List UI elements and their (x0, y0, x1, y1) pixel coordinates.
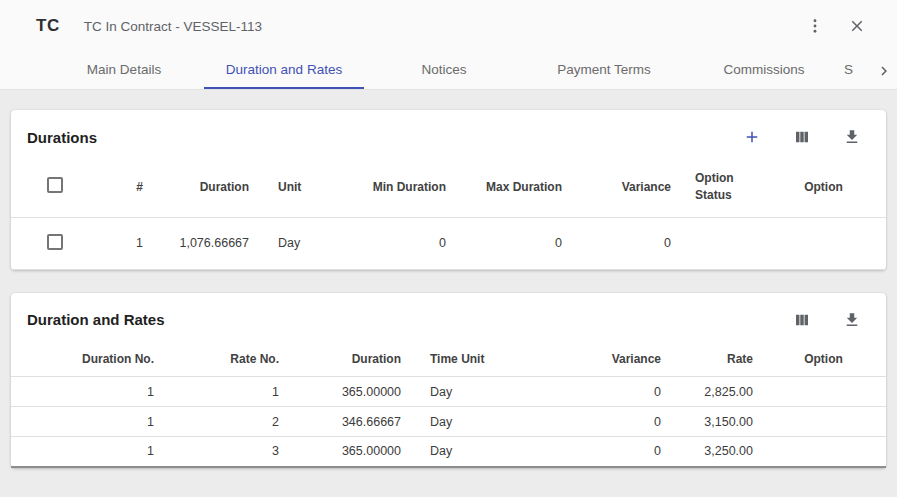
column-header: Option (773, 345, 886, 377)
cell-duration: 1,076.66667 (153, 217, 259, 269)
cell-duration-no: 1 (11, 407, 166, 437)
column-header: Duration (291, 345, 413, 377)
columns-settings-button[interactable] (788, 123, 816, 151)
tab-label: Duration and Rates (226, 62, 342, 77)
tc-contract-window: TC TC In Contract - VESSEL-113 Main Deta… (0, 0, 897, 497)
tab-label: S (844, 62, 853, 77)
download-durations-button[interactable] (838, 123, 866, 151)
cell-time-unit: Day (413, 377, 523, 407)
add-duration-button[interactable] (738, 123, 766, 151)
column-header: # (83, 162, 153, 217)
cell-rate-no: 2 (166, 407, 291, 437)
cell-rate: 3,150.00 (673, 407, 773, 437)
cell-duration: 346.66667 (291, 407, 413, 437)
durations-header-row: # Duration Unit Min Duration Max Duratio… (11, 162, 886, 217)
cell-duration: 365.00000 (291, 437, 413, 467)
column-header: Max Duration (456, 162, 572, 217)
tab-duration-and-rates[interactable]: Duration and Rates (204, 52, 364, 89)
column-header: Duration (153, 162, 259, 217)
duration-rates-actions (788, 306, 866, 334)
column-header: Rate (673, 345, 773, 377)
cell-rate-no: 3 (166, 437, 291, 467)
duration-rates-card: Duration and Rates (11, 293, 886, 468)
content-area: Durations (0, 90, 897, 497)
tab-label: Commissions (723, 62, 804, 77)
cell-option-status (681, 217, 771, 269)
column-header: Rate No. (166, 345, 291, 377)
tab-overflow-partial[interactable]: S (844, 52, 870, 89)
duration-rates-header-row: Duration No. Rate No. Duration Time Unit… (11, 345, 886, 377)
table-row[interactable]: 1 2 346.66667 Day 0 3,150.00 (11, 407, 886, 437)
duration-rates-card-header: Duration and Rates (11, 293, 886, 345)
cell-variance: 0 (523, 437, 673, 467)
durations-table: # Duration Unit Min Duration Max Duratio… (11, 162, 886, 270)
chevron-right-icon (875, 62, 893, 80)
duration-rates-title: Duration and Rates (27, 311, 165, 328)
tab-notices[interactable]: Notices (364, 52, 524, 89)
column-header: Time Unit (413, 345, 523, 377)
window-title: TC In Contract - VESSEL-113 (84, 19, 262, 34)
columns-icon (793, 128, 811, 146)
table-row[interactable]: 1 1 365.00000 Day 0 2,825.00 (11, 377, 886, 407)
kebab-menu-button[interactable] (801, 12, 829, 40)
cell-variance: 0 (572, 217, 681, 269)
kebab-icon (806, 17, 824, 35)
table-row[interactable]: 1 3 365.00000 Day 0 3,250.00 (11, 437, 886, 467)
tab-bar: Main Details Duration and Rates Notices … (0, 52, 897, 90)
cell-option (771, 217, 886, 269)
window-header: TC TC In Contract - VESSEL-113 (0, 0, 897, 52)
column-header: Variance (572, 162, 681, 217)
columns-settings-button[interactable] (788, 306, 816, 334)
cell-option (773, 377, 886, 407)
row-checkbox[interactable] (47, 234, 63, 250)
cell-rate-no: 1 (166, 377, 291, 407)
column-header: Min Duration (349, 162, 456, 217)
cell-unit: Day (259, 217, 349, 269)
column-header: Unit (259, 162, 349, 217)
cell-duration-no: 1 (11, 377, 166, 407)
cell-variance: 0 (523, 377, 673, 407)
download-icon (843, 128, 861, 146)
column-header: Option Status (681, 162, 771, 217)
cell-variance: 0 (523, 407, 673, 437)
download-duration-rates-button[interactable] (838, 306, 866, 334)
duration-rates-table: Duration No. Rate No. Duration Time Unit… (11, 345, 886, 468)
cell-time-unit: Day (413, 437, 523, 467)
cell-min-duration: 0 (349, 217, 456, 269)
cell-duration: 365.00000 (291, 377, 413, 407)
app-logo: TC (36, 16, 60, 36)
tab-label: Main Details (87, 62, 161, 77)
durations-actions (738, 123, 866, 151)
tabs-scroll-right-button[interactable] (875, 52, 893, 89)
tab-label: Notices (421, 62, 466, 77)
tab-payment-terms[interactable]: Payment Terms (524, 52, 684, 89)
column-header: Variance (523, 345, 673, 377)
cell-num: 1 (83, 217, 153, 269)
cell-max-duration: 0 (456, 217, 572, 269)
plus-icon (743, 128, 761, 146)
durations-card-header: Durations (11, 110, 886, 162)
column-header: Duration No. (11, 345, 166, 377)
cell-rate: 3,250.00 (673, 437, 773, 467)
tab-main-details[interactable]: Main Details (44, 52, 204, 89)
close-button[interactable] (843, 12, 871, 40)
durations-title: Durations (27, 129, 97, 146)
cell-rate: 2,825.00 (673, 377, 773, 407)
download-icon (843, 311, 861, 329)
select-all-checkbox[interactable] (47, 177, 63, 193)
tab-label: Payment Terms (557, 62, 651, 77)
columns-icon (793, 311, 811, 329)
close-icon (848, 17, 866, 35)
table-row[interactable]: 1 1,076.66667 Day 0 0 0 (11, 217, 886, 269)
cell-duration-no: 1 (11, 437, 166, 467)
cell-option (773, 407, 886, 437)
tab-commissions[interactable]: Commissions (684, 52, 844, 89)
cell-time-unit: Day (413, 407, 523, 437)
durations-card: Durations (11, 110, 886, 270)
cell-option (773, 437, 886, 467)
column-header: Option (771, 162, 886, 217)
